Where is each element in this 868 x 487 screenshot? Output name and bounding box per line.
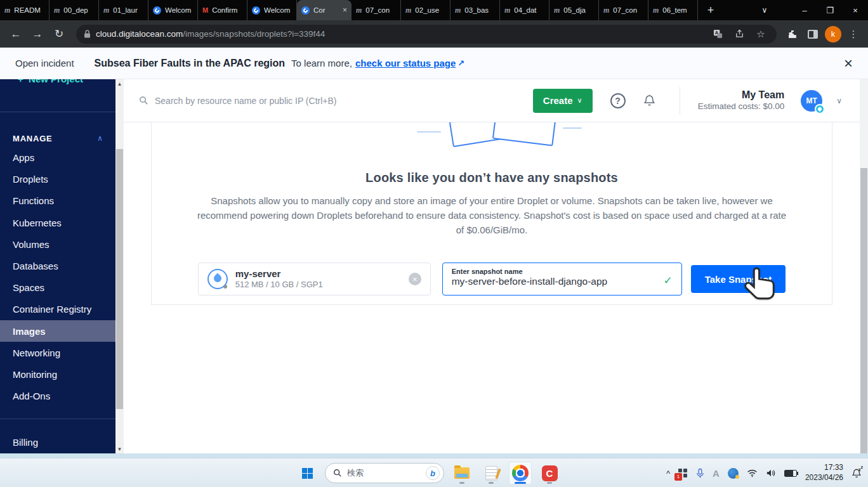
tab-07-con-1[interactable]: m07_con — [352, 0, 401, 20]
bookmark-star-icon[interactable]: ☆ — [753, 26, 769, 42]
wifi-icon[interactable] — [747, 469, 758, 477]
m-file-icon: m — [54, 6, 60, 15]
digitalocean-icon — [301, 6, 310, 15]
sidebar-item-apps[interactable]: Apps — [0, 146, 115, 168]
browser-tab-strip: mREADM m00_dep m01_laur Welcom MConfirm … — [0, 0, 868, 20]
tab-01-laur[interactable]: m01_laur — [99, 0, 148, 20]
take-snapshot-form: my-server 512 MB / 10 GB / SGP1 × Enter … — [152, 263, 832, 295]
camtasia-button[interactable]: C — [538, 462, 561, 484]
sidebar-item-functions[interactable]: Functions — [0, 190, 115, 212]
sidebar-item-kubernetes[interactable]: Kubernetes — [0, 212, 115, 233]
tab-search-icon[interactable]: ∨ — [754, 0, 775, 20]
selected-droplet-chip[interactable]: my-server 512 MB / 10 GB / SGP1 × — [198, 263, 431, 295]
snapshot-name-label: Enter snapshot name — [452, 268, 674, 275]
new-project-button[interactable]: + New Project — [0, 79, 115, 84]
page-scrollbar-thumb[interactable] — [860, 168, 867, 453]
app-tray-ball-icon[interactable] — [728, 468, 739, 479]
create-button[interactable]: Create∨ — [533, 89, 593, 113]
tab-welcome-1[interactable]: Welcom — [148, 0, 198, 20]
navbar-divider — [680, 87, 680, 115]
tab-welcome-2[interactable]: Welcom — [247, 0, 297, 20]
microphone-icon[interactable] — [696, 468, 704, 479]
sidebar-item-volumes[interactable]: Volumes — [0, 233, 115, 255]
share-icon[interactable] — [731, 26, 747, 42]
sidebar-item-databases[interactable]: Databases — [0, 255, 115, 276]
notepad-button[interactable] — [480, 462, 503, 484]
maximize-button[interactable]: ❐ — [817, 0, 843, 20]
help-icon[interactable]: ? — [610, 93, 626, 108]
teams-tray-icon[interactable]: 1 — [678, 469, 688, 478]
side-panel-icon[interactable] — [805, 26, 821, 42]
tab-06-tem[interactable]: m06_tem — [648, 0, 698, 20]
droplet-name: my-server — [235, 268, 401, 280]
status-page-link[interactable]: check our status page — [355, 58, 456, 68]
scroll-up-icon[interactable]: ▲ — [115, 79, 124, 88]
taskbar-search-placeholder: 検索 — [347, 467, 421, 479]
tab-07-con-2[interactable]: m07_con — [599, 0, 648, 20]
search-input[interactable] — [155, 96, 421, 106]
tab-04-dat[interactable]: m04_dat — [500, 0, 549, 20]
sidebar-item-images[interactable]: Images — [0, 320, 115, 342]
manage-section-header[interactable]: MANAGE ∧ — [0, 130, 115, 147]
browser-profile-avatar[interactable]: k — [825, 26, 841, 42]
resource-search[interactable] — [139, 96, 524, 106]
snapshot-name-field[interactable]: Enter snapshot name ✓ — [442, 263, 682, 295]
main-area: Create∨ ? My Team Estimated costs: $0.00… — [124, 79, 860, 453]
scroll-down-icon[interactable]: ▼ — [115, 445, 124, 453]
start-button[interactable] — [296, 462, 319, 484]
forward-button[interactable]: → — [28, 25, 47, 44]
back-button[interactable]: ← — [6, 25, 25, 44]
battery-icon[interactable] — [784, 470, 797, 477]
sidebar-item-add-ons[interactable]: Add-Ons — [0, 386, 115, 407]
sidebar-scrollbar[interactable]: ▲ ▼ — [115, 79, 124, 453]
team-avatar[interactable]: MT — [801, 90, 822, 112]
sidebar-item-billing[interactable]: Billing — [0, 432, 115, 453]
m-file-icon: m — [103, 6, 109, 15]
chrome-button[interactable] — [509, 462, 532, 484]
taskbar-search[interactable]: 検索 b — [325, 463, 444, 483]
tab-00-dep[interactable]: m00_dep — [49, 0, 99, 20]
sidebar-item-spaces[interactable]: Spaces — [0, 277, 115, 299]
notifications-bell-icon[interactable] — [643, 94, 655, 107]
chevron-up-icon: ∧ — [97, 134, 103, 143]
tab-gmail-confirm[interactable]: MConfirm — [198, 0, 247, 20]
tray-overflow-icon[interactable]: ^ — [666, 469, 670, 478]
droplet-icon — [207, 269, 228, 289]
gmail-icon: M — [202, 6, 208, 14]
empty-state-description: Snapshots allow you to manually copy and… — [197, 193, 787, 237]
sidebar-item-networking[interactable]: Networking — [0, 342, 115, 363]
banner-close-icon[interactable]: × — [844, 56, 853, 71]
extensions-icon[interactable] — [784, 26, 801, 42]
sidebar-item-droplets[interactable]: Droplets — [0, 169, 115, 190]
bing-icon[interactable]: b — [426, 466, 440, 480]
taskbar-clock[interactable]: 17:33 2023/04/26 — [805, 463, 843, 483]
tab-close-icon[interactable]: × — [343, 6, 347, 15]
address-bar[interactable]: cloud.digitalocean.com/images/snapshots/… — [76, 25, 777, 44]
sidebar-scrollbar-thumb[interactable] — [116, 149, 123, 409]
tab-02-use[interactable]: m02_use — [401, 0, 450, 20]
ime-language-icon[interactable]: A — [713, 468, 720, 479]
page-scrollbar[interactable]: ▲ — [860, 79, 868, 453]
tab-03-bas[interactable]: m03_bas — [450, 0, 500, 20]
do-not-disturb-bell-icon[interactable]: zz — [852, 468, 862, 479]
valid-check-icon: ✓ — [663, 274, 672, 287]
chevron-down-icon[interactable]: ∨ — [836, 96, 842, 105]
tab-05-dja[interactable]: m05_dja — [549, 0, 599, 20]
empty-snapshots-card: Looks like you don’t have any snapshots … — [151, 122, 832, 305]
tab-readme[interactable]: mREADM — [0, 0, 49, 20]
sidebar-item-container-registry[interactable]: Container Registry — [0, 299, 115, 320]
minimize-button[interactable]: – — [792, 0, 817, 20]
new-tab-button[interactable]: + — [702, 1, 720, 19]
take-snapshot-button[interactable]: Take Snapshot — [691, 265, 786, 293]
empty-state-heading: Looks like you don’t have any snapshots — [152, 171, 832, 185]
translate-icon[interactable]: A — [709, 26, 726, 42]
remove-droplet-icon[interactable]: × — [409, 273, 421, 285]
reload-button[interactable]: ↻ — [49, 25, 69, 44]
file-explorer-button[interactable] — [450, 462, 473, 484]
close-button[interactable]: × — [843, 0, 868, 20]
browser-menu-icon[interactable]: ⋮ — [845, 26, 862, 42]
volume-icon[interactable] — [766, 469, 776, 477]
sidebar-item-monitoring[interactable]: Monitoring — [0, 363, 115, 385]
snapshot-name-input[interactable] — [452, 276, 648, 287]
tab-console-active[interactable]: Cor× — [297, 0, 352, 20]
